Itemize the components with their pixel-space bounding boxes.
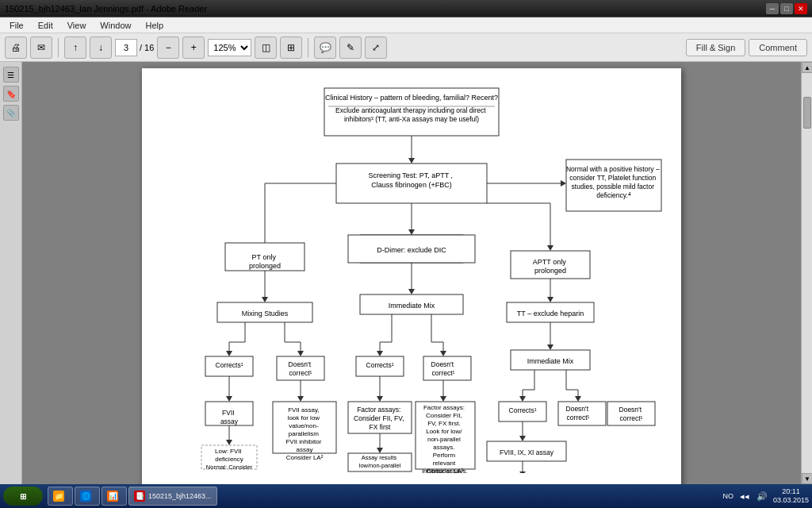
svg-marker-38 <box>297 351 304 356</box>
browser-icon: 🌐 <box>80 491 91 502</box>
email-button[interactable]: ✉ <box>30 37 52 59</box>
zoom-in-button[interactable]: + <box>182 37 205 59</box>
page-total: / 16 <box>140 43 154 52</box>
stamp-button[interactable]: ✎ <box>339 37 362 59</box>
adobe-label: 150215_bjh12463... <box>148 492 212 500</box>
fill-sign-button[interactable]: Fill & Sign <box>686 39 746 56</box>
toolbar-right: Fill & Sign Comment <box>686 39 807 56</box>
svg-marker-70 <box>377 396 383 402</box>
main-content: ☰ 🔖 📎 Clinical History – pattern of blee… <box>0 62 812 484</box>
clock-date: 03.03.2015 <box>773 496 809 505</box>
fviii-ix-xi: FVIII, IX, XI assay <box>500 448 554 456</box>
aptt-only: APTT only prolonged <box>533 258 568 275</box>
svg-marker-76 <box>519 436 526 441</box>
menu-bar: File Edit View Window Help <box>0 17 812 33</box>
flowchart-svg: Clinical History – pattern of bleeding, … <box>158 84 665 473</box>
presentation-icon: 📊 <box>107 491 118 502</box>
zoom-select[interactable]: 125% 100% 75% 150% <box>208 39 251 56</box>
tray-text: NO <box>722 492 733 500</box>
svg-marker-22 <box>408 289 415 294</box>
taskbar-explorer[interactable]: 📁 <box>48 487 73 506</box>
page-number-input[interactable] <box>115 39 137 56</box>
svg-marker-86 <box>519 471 526 473</box>
minimize-button[interactable]: ─ <box>766 3 779 14</box>
speaker-icon[interactable]: 🔊 <box>756 490 768 502</box>
toolbar: 🖨 ✉ ↑ ↓ / 16 − + 125% 100% 75% 150% ◫ ⊞ … <box>0 33 812 62</box>
taskbar: ⊞ 📁 🌐 📊 📑 150215_bjh12463... NO ◂◂ 🔊 20:… <box>0 484 812 508</box>
panel-attachments-icon[interactable]: 📎 <box>3 105 19 121</box>
comment-button[interactable]: Comment <box>749 39 807 56</box>
page-canvas: Clinical History – pattern of bleeding, … <box>142 68 681 484</box>
immediate-mix-1: Immediate Mix <box>389 302 435 310</box>
clock-area: 20:11 03.03.2015 <box>773 487 809 505</box>
panel-pages-icon[interactable]: ☰ <box>3 67 19 83</box>
clinical-history-title: Clinical History – pattern of bleeding, … <box>325 94 498 102</box>
panel-bookmarks-icon[interactable]: 🔖 <box>3 86 19 102</box>
pt-only: PT only prolonged <box>249 253 281 270</box>
print-button[interactable]: 🖨 <box>5 37 27 59</box>
low-fvii: Low: FVII deficiency <box>215 448 243 463</box>
svg-marker-64 <box>226 396 232 402</box>
next-page-button[interactable]: ↓ <box>90 37 112 59</box>
zoom-out-button[interactable]: − <box>157 37 179 59</box>
menu-view[interactable]: View <box>61 19 93 32</box>
svg-marker-3 <box>408 158 415 164</box>
consider-la-1: Consider LA² <box>286 454 324 461</box>
clinical-history-text: Exclude anticoagulant therapy including … <box>335 106 488 123</box>
taskbar-right: NO ◂◂ 🔊 20:11 03.03.2015 <box>722 487 809 505</box>
window-controls: ─ □ ✕ <box>766 3 807 14</box>
prev-page-button[interactable]: ↑ <box>64 37 86 59</box>
normal-consider: Normal: Consider <box>206 464 253 471</box>
corrects-1: Corrects¹ <box>216 361 243 369</box>
svg-marker-43 <box>377 351 383 356</box>
pdf-page: Clinical History – pattern of bleeding, … <box>22 62 801 484</box>
doesnt-correct-3: Doesn't correct¹ <box>566 405 591 421</box>
fit-width-button[interactable]: ◫ <box>255 37 277 59</box>
volume-icon[interactable]: ◂◂ <box>738 490 751 502</box>
doesnt-correct-4: Doesn't correct¹ <box>619 406 644 422</box>
app-title: 150215_bjh12463_Ian Jennings.pdf - Adobe… <box>5 4 207 13</box>
svg-marker-67 <box>297 396 304 402</box>
svg-marker-25 <box>262 297 268 302</box>
taskbar-presentation[interactable]: 📊 <box>102 487 127 506</box>
taskbar-adobe[interactable]: 📑 150215_bjh12463... <box>128 487 217 506</box>
svg-marker-80 <box>226 440 232 445</box>
clock-time: 20:11 <box>782 487 800 496</box>
doesnt-correct-1: Doesn't correct¹ <box>289 360 313 377</box>
maximize-button[interactable]: □ <box>780 3 793 14</box>
comment-bubble-button[interactable]: 💬 <box>314 37 336 59</box>
tt-exclude: TT – exclude heparin <box>517 310 584 318</box>
fvii-assay: FVII assay <box>220 409 239 425</box>
svg-marker-18 <box>547 245 553 251</box>
scroll-down-button[interactable]: ▼ <box>802 473 812 484</box>
svg-marker-73 <box>440 396 446 402</box>
svg-marker-61 <box>575 396 581 402</box>
scroll-thumb[interactable] <box>803 97 811 129</box>
menu-file[interactable]: File <box>3 19 30 32</box>
menu-edit[interactable]: Edit <box>32 19 59 32</box>
consider-la-2: Consider LA² <box>427 468 464 473</box>
scroll-up-button[interactable]: ▲ <box>802 62 812 73</box>
d-dimer: D-Dimer: exclude DIC <box>377 246 446 254</box>
svg-marker-83 <box>377 448 383 453</box>
immediate-mix-2: Immediate Mix <box>527 357 574 365</box>
assay-results: Assay results low/non-parallel <box>359 454 401 469</box>
menu-window[interactable]: Window <box>94 19 137 32</box>
corrects-3: Corrects¹ <box>509 406 537 414</box>
right-scrollbar: ▲ ▼ <box>801 62 812 484</box>
menu-help[interactable]: Help <box>139 19 170 32</box>
toolbar-separator-2 <box>308 38 308 57</box>
fullscreen-button[interactable]: ⤢ <box>365 37 387 59</box>
page-info: / 16 <box>115 39 154 56</box>
mixing-studies: Mixing Studies <box>242 310 289 318</box>
explorer-icon: 📁 <box>53 491 64 502</box>
fit-page-button[interactable]: ⊞ <box>280 37 302 59</box>
close-button[interactable]: ✕ <box>795 3 807 14</box>
doesnt-correct-2: Doesn't correct¹ <box>431 360 456 377</box>
toolbar-separator-1 <box>58 38 59 57</box>
start-button[interactable]: ⊞ <box>3 487 43 506</box>
scroll-track <box>802 73 812 473</box>
taskbar-browser[interactable]: 🌐 <box>75 487 100 506</box>
title-bar: 150215_bjh12463_Ian Jennings.pdf - Adobe… <box>0 0 812 17</box>
adobe-icon: 📑 <box>134 491 145 502</box>
